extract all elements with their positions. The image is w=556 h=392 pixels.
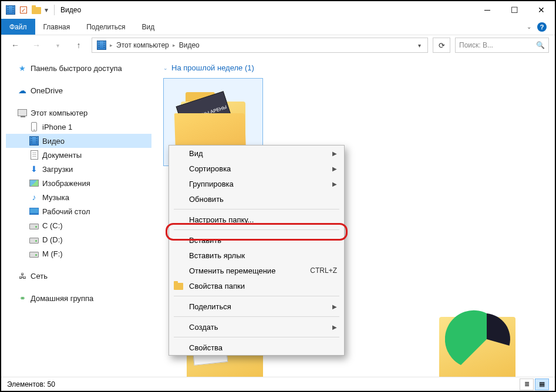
ribbon-tab-view[interactable]: Вид bbox=[133, 19, 163, 35]
ctx-properties[interactable]: Свойства bbox=[169, 340, 344, 355]
sidebar-item-iphone[interactable]: iPhone 1 bbox=[6, 120, 151, 134]
nav-forward-button[interactable]: → bbox=[28, 37, 45, 53]
ribbon: Файл Главная Поделиться Вид ⌄ ? bbox=[1, 19, 555, 35]
search-icon: 🔍 bbox=[536, 41, 545, 49]
sidebar-this-pc[interactable]: Этот компьютер bbox=[6, 106, 151, 120]
sidebar-onedrive[interactable]: ☁OneDrive bbox=[6, 83, 151, 97]
ctx-refresh[interactable]: Обновить bbox=[169, 191, 344, 207]
ctx-paste-shortcut[interactable]: Вставить ярлык bbox=[169, 248, 344, 263]
address-bar[interactable]: ▸ Этот компьютер ▸ Видео ▾ bbox=[92, 38, 428, 53]
ctx-customize-folder[interactable]: Настроить папку... bbox=[169, 212, 344, 227]
qat-dropdown-icon[interactable]: ▾ bbox=[45, 6, 48, 14]
chevron-right-icon[interactable]: ▸ bbox=[171, 42, 177, 48]
sidebar-item-desktop[interactable]: Рабочий стол bbox=[6, 204, 151, 218]
help-icon[interactable]: ? bbox=[537, 22, 547, 32]
context-menu: Вид▶ Сортировка▶ Группировка▶ Обновить Н… bbox=[169, 145, 345, 356]
folder-item[interactable] bbox=[427, 305, 527, 381]
refresh-button[interactable]: ⟳ bbox=[433, 38, 450, 53]
sidebar-item-documents[interactable]: Документы bbox=[6, 148, 151, 162]
ctx-paste[interactable]: Вставить bbox=[169, 232, 344, 248]
ctx-separator bbox=[174, 209, 339, 209]
submenu-arrow-icon: ▶ bbox=[332, 150, 337, 157]
app-icon bbox=[6, 5, 15, 15]
sidebar-item-drive-m[interactable]: M (F:) bbox=[6, 246, 151, 261]
status-bar: Элементов: 50 ≣ ▦ bbox=[1, 377, 555, 391]
nav-up-button[interactable]: ↑ bbox=[70, 37, 87, 53]
chevron-down-icon: ⌄ bbox=[163, 65, 168, 71]
ribbon-tab-file[interactable]: Файл bbox=[1, 19, 35, 35]
status-item-count: Элементов: 50 bbox=[7, 380, 55, 388]
close-button[interactable]: ✕ bbox=[528, 1, 555, 19]
breadcrumb-current[interactable]: Видео bbox=[177, 41, 202, 49]
search-placeholder: Поиск: В... bbox=[459, 41, 493, 49]
ctx-separator bbox=[174, 296, 339, 296]
qat-folder-icon[interactable] bbox=[32, 5, 41, 15]
ribbon-tab-share[interactable]: Поделиться bbox=[78, 19, 133, 35]
title-bar: ✓ ▾ Видео ─ ☐ ✕ bbox=[1, 1, 555, 19]
ctx-separator bbox=[174, 316, 339, 317]
ribbon-expand-icon[interactable]: ⌄ bbox=[527, 23, 531, 30]
window-title: Видео bbox=[60, 6, 81, 14]
navigation-sidebar: ★Панель быстрого доступа ☁OneDrive Этот … bbox=[1, 55, 151, 376]
address-root-icon[interactable] bbox=[95, 40, 109, 50]
address-dropdown-icon[interactable]: ▾ bbox=[413, 38, 425, 52]
sidebar-item-downloads[interactable]: ⬇Загрузки bbox=[6, 162, 151, 176]
sidebar-network[interactable]: 🖧Сеть bbox=[6, 269, 151, 283]
chevron-right-icon[interactable]: ▸ bbox=[109, 42, 114, 48]
sidebar-item-drive-c[interactable]: C (C:) bbox=[6, 218, 151, 232]
minimize-button[interactable]: ─ bbox=[474, 1, 501, 19]
ctx-view[interactable]: Вид▶ bbox=[169, 146, 344, 161]
ctx-undo-move[interactable]: Отменить перемещениеCTRL+Z bbox=[169, 263, 344, 278]
nav-back-button[interactable]: ← bbox=[7, 37, 23, 53]
sidebar-item-pictures[interactable]: Изображения bbox=[6, 176, 151, 190]
title-separator bbox=[54, 5, 55, 15]
submenu-arrow-icon: ▶ bbox=[332, 324, 337, 330]
submenu-arrow-icon: ▶ bbox=[332, 181, 337, 187]
sidebar-homegroup[interactable]: ⚭Домашняя группа bbox=[6, 291, 151, 305]
ctx-separator bbox=[174, 229, 339, 230]
sidebar-item-video[interactable]: Видео bbox=[6, 134, 151, 148]
ctx-share[interactable]: Поделиться▶ bbox=[169, 299, 344, 314]
ctx-sort[interactable]: Сортировка▶ bbox=[169, 161, 344, 176]
submenu-arrow-icon: ▶ bbox=[332, 303, 337, 310]
sidebar-item-music[interactable]: ♪Музыка bbox=[6, 190, 151, 204]
ctx-separator bbox=[174, 337, 339, 337]
folder-props-icon bbox=[174, 281, 183, 290]
address-row: ← → ▾ ↑ ▸ Этот компьютер ▸ Видео ▾ ⟳ Пои… bbox=[1, 35, 555, 55]
nav-history-dropdown[interactable]: ▾ bbox=[49, 37, 66, 53]
sidebar-quick-access[interactable]: ★Панель быстрого доступа bbox=[6, 61, 151, 75]
view-details-button[interactable]: ≣ bbox=[520, 379, 534, 390]
submenu-arrow-icon: ▶ bbox=[332, 165, 337, 172]
group-header[interactable]: ⌄ На прошлой неделе (1) bbox=[163, 60, 543, 78]
search-box[interactable]: Поиск: В... 🔍 bbox=[455, 38, 549, 53]
ctx-group[interactable]: Группировка▶ bbox=[169, 176, 344, 191]
qat-checkbox-icon[interactable]: ✓ bbox=[19, 5, 28, 15]
breadcrumb-root[interactable]: Этот компьютер bbox=[114, 41, 171, 49]
sidebar-item-drive-d[interactable]: D (D:) bbox=[6, 232, 151, 246]
ctx-create[interactable]: Создать▶ bbox=[169, 319, 344, 334]
maximize-button[interactable]: ☐ bbox=[501, 1, 528, 19]
ribbon-tab-home[interactable]: Главная bbox=[35, 19, 79, 35]
view-icons-button[interactable]: ▦ bbox=[535, 379, 549, 390]
ctx-folder-properties[interactable]: Свойства папки bbox=[169, 278, 344, 293]
